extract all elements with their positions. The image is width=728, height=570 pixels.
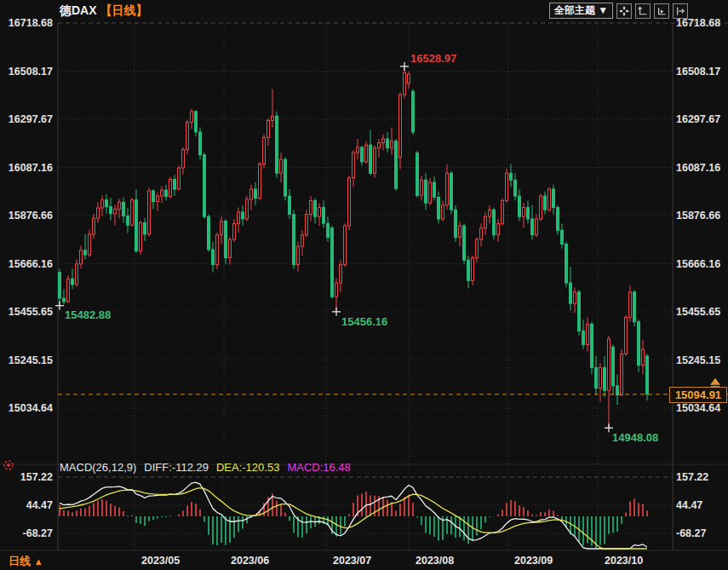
y-axis-label: 16508.17 [0, 65, 53, 78]
theme-dropdown[interactable]: 全部主题 ▼ [549, 3, 613, 19]
y-axis-label: -68.27 [676, 527, 728, 540]
axis-play-icon[interactable] [654, 3, 669, 19]
macd-legend: MACD(26,12,9)DIFF:-112.29DEA:-120.53MACD… [60, 461, 358, 474]
macd-bar-value: MACD:16.48 [287, 461, 350, 474]
period-selector[interactable]: 日线 ▲ [9, 554, 43, 569]
y-axis-label: 16718.68 [0, 16, 53, 30]
last-price-tag: 15094.91 [669, 387, 727, 403]
macd-dea-value: DEA:-120.53 [216, 461, 279, 474]
y-axis-label: 16297.67 [676, 112, 728, 126]
y-axis-label: 15245.15 [676, 354, 728, 367]
x-axis-label: 2023/07 [333, 555, 371, 567]
y-axis-label: 15876.66 [676, 209, 728, 222]
y-axis-label: 15455.65 [0, 305, 53, 319]
y-axis-label: 15034.64 [0, 401, 53, 415]
x-axis-label: 2023/10 [605, 555, 643, 567]
macd-diff-value: DIFF:-112.29 [144, 461, 209, 474]
symbol-name: 德DAX [60, 3, 97, 17]
y-axis-label: 15666.16 [676, 257, 728, 271]
y-axis-label: 15455.65 [676, 305, 728, 319]
triangle-up-icon: ▲ [34, 556, 43, 567]
y-axis-label: -68.27 [0, 527, 53, 540]
x-axis-label: 2023/08 [416, 555, 454, 567]
toolbar: 全部主题 ▼ [549, 3, 688, 19]
chart-title: 德DAX【日线】 [60, 3, 148, 19]
y-axis-label: 157.22 [676, 470, 728, 484]
y-axis-label: 16508.17 [676, 65, 728, 78]
candles-layer [59, 66, 649, 428]
x-axis-label: 2023/05 [141, 555, 180, 567]
trading-app-window: 德DAX【日线】 全部主题 ▼ [0, 0, 728, 570]
price-annotation: 15482.88 [65, 308, 111, 321]
y-axis-label: 15666.16 [0, 257, 53, 271]
indicator-target-icon[interactable] [3, 459, 14, 475]
y-axis-label: 44.47 [0, 498, 53, 512]
x-axis-label: 2023/06 [231, 555, 269, 567]
period-badge: 【日线】 [100, 3, 148, 17]
macd-indicator-name[interactable]: MACD(26,12,9) [60, 461, 136, 474]
price-annotation: 16528.97 [410, 52, 456, 65]
y-axis-label: 44.47 [676, 498, 728, 512]
price-annotation: 14948.08 [612, 431, 658, 444]
move-icon[interactable] [616, 3, 632, 19]
chevron-down-icon: ▼ [598, 4, 608, 16]
y-axis-label: 15034.64 [676, 401, 728, 415]
y-axis-label: 15245.15 [0, 354, 53, 367]
pan-right-icon[interactable] [673, 3, 688, 19]
axis-zoom-up-icon[interactable] [635, 3, 651, 19]
y-axis-label: 16087.16 [676, 161, 728, 175]
candlestick-chart-canvas[interactable] [0, 0, 728, 570]
y-axis-label: 16297.67 [0, 112, 53, 126]
price-pin-icon [710, 378, 720, 385]
price-annotation: 15456.16 [341, 315, 387, 328]
x-axis-label: 2023/09 [514, 555, 553, 567]
y-axis-label: 15876.66 [0, 209, 53, 222]
y-axis-label: 16087.16 [0, 161, 53, 175]
